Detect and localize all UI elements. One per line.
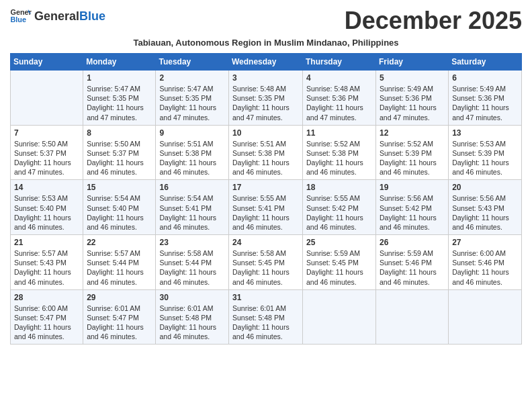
day-number: 10: [232, 128, 299, 138]
logo-icon: General Blue: [10, 7, 32, 26]
day-info: Sunrise: 5:54 AM Sunset: 5:40 PM Dayligh…: [87, 193, 152, 232]
day-number: 18: [306, 183, 372, 192]
calendar-cell: 24Sunrise: 5:58 AM Sunset: 5:45 PM Dayli…: [229, 235, 303, 290]
calendar-cell: 3Sunrise: 5:48 AM Sunset: 5:35 PM Daylig…: [229, 71, 303, 126]
day-info: Sunrise: 5:57 AM Sunset: 5:43 PM Dayligh…: [14, 248, 79, 287]
day-number: 30: [159, 293, 225, 302]
calendar-cell: 22Sunrise: 5:57 AM Sunset: 5:44 PM Dayli…: [83, 235, 156, 290]
calendar-cell: 7Sunrise: 5:50 AM Sunset: 5:37 PM Daylig…: [11, 125, 83, 180]
day-number: 24: [232, 238, 299, 247]
calendar-cell: 19Sunrise: 5:56 AM Sunset: 5:42 PM Dayli…: [376, 180, 449, 235]
day-info: Sunrise: 6:01 AM Sunset: 5:48 PM Dayligh…: [232, 304, 299, 342]
calendar-week-row: 7Sunrise: 5:50 AM Sunset: 5:37 PM Daylig…: [11, 125, 522, 180]
day-number: 5: [380, 73, 445, 83]
calendar-cell: 29Sunrise: 6:01 AM Sunset: 5:47 PM Dayli…: [83, 289, 156, 345]
day-info: Sunrise: 5:51 AM Sunset: 5:38 PM Dayligh…: [159, 139, 225, 177]
calendar-week-row: 14Sunrise: 5:53 AM Sunset: 5:40 PM Dayli…: [11, 180, 522, 235]
logo-general-text: General: [34, 9, 79, 23]
day-number: 15: [87, 183, 152, 192]
calendar-cell: 1Sunrise: 5:47 AM Sunset: 5:35 PM Daylig…: [83, 71, 156, 126]
calendar-cell: 18Sunrise: 5:55 AM Sunset: 5:42 PM Dayli…: [303, 180, 376, 235]
calendar-cell: 14Sunrise: 5:53 AM Sunset: 5:40 PM Dayli…: [11, 180, 83, 235]
calendar-cell: 23Sunrise: 5:58 AM Sunset: 5:44 PM Dayli…: [156, 235, 229, 290]
day-number: 9: [159, 128, 225, 138]
calendar-cell: 15Sunrise: 5:54 AM Sunset: 5:40 PM Dayli…: [83, 180, 156, 235]
day-number: 22: [87, 238, 152, 247]
day-info: Sunrise: 6:01 AM Sunset: 5:48 PM Dayligh…: [159, 304, 225, 342]
day-number: 13: [452, 128, 518, 138]
calendar-week-row: 28Sunrise: 6:00 AM Sunset: 5:47 PM Dayli…: [11, 289, 522, 345]
day-number: 26: [380, 238, 445, 247]
day-info: Sunrise: 5:50 AM Sunset: 5:37 PM Dayligh…: [14, 139, 79, 177]
day-number: 17: [232, 183, 299, 192]
day-number: 31: [232, 293, 299, 302]
day-info: Sunrise: 5:55 AM Sunset: 5:41 PM Dayligh…: [232, 193, 299, 232]
calendar-cell: 8Sunrise: 5:50 AM Sunset: 5:37 PM Daylig…: [83, 125, 156, 180]
day-info: Sunrise: 5:59 AM Sunset: 5:46 PM Dayligh…: [380, 248, 445, 287]
calendar-cell: 16Sunrise: 5:54 AM Sunset: 5:41 PM Dayli…: [156, 180, 229, 235]
day-number: 7: [14, 128, 79, 138]
calendar-week-row: 1Sunrise: 5:47 AM Sunset: 5:35 PM Daylig…: [11, 71, 522, 126]
day-info: Sunrise: 5:54 AM Sunset: 5:41 PM Dayligh…: [159, 193, 225, 232]
day-number: 14: [14, 183, 79, 192]
logo-blue-text: Blue: [79, 9, 105, 23]
calendar-cell: 11Sunrise: 5:52 AM Sunset: 5:38 PM Dayli…: [303, 125, 376, 180]
day-number: 21: [14, 238, 79, 247]
page-subtitle: Tabiauan, Autonomous Region in Muslim Mi…: [10, 38, 522, 48]
calendar-table: SundayMondayTuesdayWednesdayThursdayFrid…: [10, 53, 522, 345]
logo: General Blue GeneralBlue: [10, 7, 105, 26]
calendar-cell: 2Sunrise: 5:47 AM Sunset: 5:35 PM Daylig…: [156, 71, 229, 126]
day-info: Sunrise: 5:58 AM Sunset: 5:44 PM Dayligh…: [159, 248, 225, 287]
day-info: Sunrise: 5:51 AM Sunset: 5:38 PM Dayligh…: [232, 139, 299, 177]
day-info: Sunrise: 5:53 AM Sunset: 5:39 PM Dayligh…: [452, 139, 518, 177]
day-header-monday: Monday: [83, 54, 156, 71]
day-info: Sunrise: 6:00 AM Sunset: 5:47 PM Dayligh…: [14, 304, 79, 342]
day-info: Sunrise: 5:50 AM Sunset: 5:37 PM Dayligh…: [87, 139, 152, 177]
day-info: Sunrise: 6:00 AM Sunset: 5:46 PM Dayligh…: [452, 248, 518, 287]
day-info: Sunrise: 5:56 AM Sunset: 5:42 PM Dayligh…: [380, 193, 445, 232]
day-number: 4: [306, 73, 372, 83]
day-number: 3: [232, 73, 299, 83]
calendar-cell: 13Sunrise: 5:53 AM Sunset: 5:39 PM Dayli…: [449, 125, 522, 180]
day-number: 25: [306, 238, 372, 247]
day-info: Sunrise: 5:53 AM Sunset: 5:40 PM Dayligh…: [14, 193, 79, 232]
day-header-sunday: Sunday: [11, 54, 83, 71]
day-info: Sunrise: 5:56 AM Sunset: 5:43 PM Dayligh…: [452, 193, 518, 232]
day-number: 29: [87, 293, 152, 302]
day-info: Sunrise: 5:47 AM Sunset: 5:35 PM Dayligh…: [159, 84, 225, 122]
day-number: 27: [452, 238, 518, 247]
calendar-cell: 21Sunrise: 5:57 AM Sunset: 5:43 PM Dayli…: [11, 235, 83, 290]
calendar-cell: [11, 71, 83, 126]
calendar-cell: 5Sunrise: 5:49 AM Sunset: 5:36 PM Daylig…: [376, 71, 449, 126]
day-info: Sunrise: 5:49 AM Sunset: 5:36 PM Dayligh…: [380, 84, 445, 122]
calendar-cell: 17Sunrise: 5:55 AM Sunset: 5:41 PM Dayli…: [229, 180, 303, 235]
calendar-cell: 31Sunrise: 6:01 AM Sunset: 5:48 PM Dayli…: [229, 289, 303, 345]
day-number: 1: [87, 73, 152, 83]
calendar-week-row: 21Sunrise: 5:57 AM Sunset: 5:43 PM Dayli…: [11, 235, 522, 290]
day-info: Sunrise: 5:59 AM Sunset: 5:45 PM Dayligh…: [306, 248, 372, 287]
day-number: 20: [452, 183, 518, 192]
day-header-thursday: Thursday: [303, 54, 376, 71]
day-info: Sunrise: 5:55 AM Sunset: 5:42 PM Dayligh…: [306, 193, 372, 232]
day-header-friday: Friday: [376, 54, 449, 71]
calendar-cell: 12Sunrise: 5:52 AM Sunset: 5:39 PM Dayli…: [376, 125, 449, 180]
day-info: Sunrise: 5:58 AM Sunset: 5:45 PM Dayligh…: [232, 248, 299, 287]
day-info: Sunrise: 5:49 AM Sunset: 5:36 PM Dayligh…: [452, 84, 518, 122]
day-info: Sunrise: 5:48 AM Sunset: 5:36 PM Dayligh…: [306, 84, 372, 122]
day-number: 23: [159, 238, 225, 247]
calendar-cell: 26Sunrise: 5:59 AM Sunset: 5:46 PM Dayli…: [376, 235, 449, 290]
day-number: 12: [380, 128, 445, 138]
calendar-header-row: SundayMondayTuesdayWednesdayThursdayFrid…: [11, 54, 522, 71]
calendar-cell: 27Sunrise: 6:00 AM Sunset: 5:46 PM Dayli…: [449, 235, 522, 290]
day-number: 2: [159, 73, 225, 83]
day-header-tuesday: Tuesday: [156, 54, 229, 71]
day-info: Sunrise: 6:01 AM Sunset: 5:47 PM Dayligh…: [87, 304, 152, 342]
day-header-wednesday: Wednesday: [229, 54, 303, 71]
day-info: Sunrise: 5:57 AM Sunset: 5:44 PM Dayligh…: [87, 248, 152, 287]
day-header-saturday: Saturday: [449, 54, 522, 71]
day-info: Sunrise: 5:48 AM Sunset: 5:35 PM Dayligh…: [232, 84, 299, 122]
day-info: Sunrise: 5:52 AM Sunset: 5:39 PM Dayligh…: [380, 139, 445, 177]
calendar-cell: 4Sunrise: 5:48 AM Sunset: 5:36 PM Daylig…: [303, 71, 376, 126]
calendar-cell: [303, 289, 376, 345]
calendar-cell: 9Sunrise: 5:51 AM Sunset: 5:38 PM Daylig…: [156, 125, 229, 180]
